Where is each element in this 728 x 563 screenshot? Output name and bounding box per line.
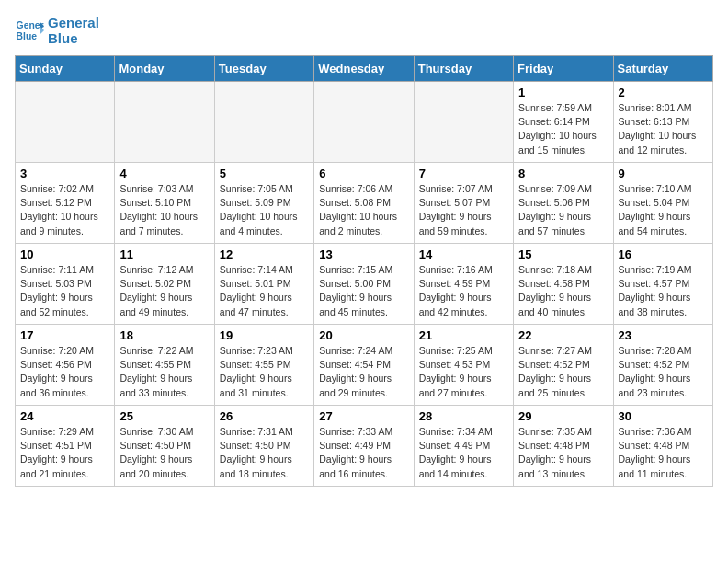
calendar-week-3: 17Sunrise: 7:20 AMSunset: 4:56 PMDayligh… (16, 325, 713, 406)
day-info: Sunrise: 7:35 AMSunset: 4:48 PMDaylight:… (518, 425, 608, 481)
day-number: 22 (518, 328, 608, 342)
calendar-cell (414, 82, 513, 163)
calendar-cell: 19Sunrise: 7:23 AMSunset: 4:55 PMDayligh… (214, 325, 313, 406)
day-info: Sunrise: 7:18 AMSunset: 4:58 PMDaylight:… (518, 263, 608, 319)
calendar-cell: 4Sunrise: 7:03 AMSunset: 5:10 PMDaylight… (115, 163, 214, 244)
day-number: 21 (419, 328, 508, 342)
day-info: Sunrise: 7:10 AMSunset: 5:04 PMDaylight:… (619, 182, 708, 238)
day-number: 15 (518, 247, 608, 261)
calendar-cell (314, 82, 414, 163)
day-number: 20 (319, 328, 408, 342)
day-info: Sunrise: 7:24 AMSunset: 4:54 PMDaylight:… (319, 344, 408, 400)
weekday-header-sunday: Sunday (16, 56, 115, 82)
day-number: 14 (419, 247, 508, 261)
day-number: 5 (220, 167, 309, 180)
calendar-cell: 30Sunrise: 7:36 AMSunset: 4:48 PMDayligh… (613, 406, 712, 487)
day-number: 12 (220, 247, 309, 261)
calendar-cell: 7Sunrise: 7:07 AMSunset: 5:07 PMDaylight… (414, 163, 513, 244)
day-number: 18 (119, 328, 209, 342)
day-info: Sunrise: 7:33 AMSunset: 4:49 PMDaylight:… (319, 425, 408, 481)
calendar-cell: 8Sunrise: 7:09 AMSunset: 5:06 PMDaylight… (514, 163, 613, 244)
day-number: 2 (619, 86, 708, 99)
calendar-week-4: 24Sunrise: 7:29 AMSunset: 4:51 PMDayligh… (16, 406, 713, 487)
calendar-cell: 11Sunrise: 7:12 AMSunset: 5:02 PMDayligh… (115, 244, 214, 325)
page-header: General Blue GeneralBlue (15, 15, 713, 46)
calendar-week-1: 3Sunrise: 7:02 AMSunset: 5:12 PMDaylight… (16, 163, 713, 244)
calendar-cell: 6Sunrise: 7:06 AMSunset: 5:08 PMDaylight… (314, 163, 414, 244)
day-info: Sunrise: 7:07 AMSunset: 5:07 PMDaylight:… (419, 182, 508, 238)
day-info: Sunrise: 7:03 AMSunset: 5:10 PMDaylight:… (119, 182, 209, 238)
day-info: Sunrise: 7:28 AMSunset: 4:52 PMDaylight:… (619, 344, 708, 400)
day-number: 1 (518, 86, 608, 99)
weekday-header-monday: Monday (115, 56, 214, 82)
day-number: 4 (119, 167, 209, 180)
calendar-cell: 10Sunrise: 7:11 AMSunset: 5:03 PMDayligh… (16, 244, 115, 325)
day-number: 7 (419, 167, 508, 180)
day-info: Sunrise: 7:15 AMSunset: 5:00 PMDaylight:… (319, 263, 408, 319)
day-info: Sunrise: 7:22 AMSunset: 4:55 PMDaylight:… (119, 344, 209, 400)
day-number: 17 (20, 328, 109, 342)
weekday-header-tuesday: Tuesday (214, 56, 313, 82)
day-info: Sunrise: 7:59 AMSunset: 6:14 PMDaylight:… (518, 101, 608, 157)
day-number: 29 (518, 409, 608, 423)
day-info: Sunrise: 7:16 AMSunset: 4:59 PMDaylight:… (419, 263, 508, 319)
day-info: Sunrise: 7:30 AMSunset: 4:50 PMDaylight:… (119, 425, 209, 481)
calendar-cell: 24Sunrise: 7:29 AMSunset: 4:51 PMDayligh… (16, 406, 115, 487)
calendar-cell: 23Sunrise: 7:28 AMSunset: 4:52 PMDayligh… (613, 325, 712, 406)
day-number: 10 (20, 247, 109, 261)
day-number: 3 (20, 167, 109, 180)
calendar-cell: 16Sunrise: 7:19 AMSunset: 4:57 PMDayligh… (613, 244, 712, 325)
weekday-header-thursday: Thursday (414, 56, 513, 82)
day-info: Sunrise: 7:02 AMSunset: 5:12 PMDaylight:… (20, 182, 109, 238)
day-info: Sunrise: 7:34 AMSunset: 4:49 PMDaylight:… (419, 425, 508, 481)
day-info: Sunrise: 7:29 AMSunset: 4:51 PMDaylight:… (20, 425, 109, 481)
day-info: Sunrise: 7:06 AMSunset: 5:08 PMDaylight:… (319, 182, 408, 238)
day-number: 25 (119, 409, 209, 423)
day-number: 27 (319, 409, 408, 423)
day-number: 23 (619, 328, 708, 342)
calendar-cell: 18Sunrise: 7:22 AMSunset: 4:55 PMDayligh… (115, 325, 214, 406)
weekday-header-friday: Friday (514, 56, 613, 82)
day-number: 16 (619, 247, 708, 261)
calendar-cell: 9Sunrise: 7:10 AMSunset: 5:04 PMDaylight… (613, 163, 712, 244)
calendar-cell: 20Sunrise: 7:24 AMSunset: 4:54 PMDayligh… (314, 325, 414, 406)
calendar-cell: 15Sunrise: 7:18 AMSunset: 4:58 PMDayligh… (514, 244, 613, 325)
day-info: Sunrise: 8:01 AMSunset: 6:13 PMDaylight:… (619, 101, 708, 157)
day-info: Sunrise: 7:31 AMSunset: 4:50 PMDaylight:… (220, 425, 309, 481)
calendar-cell: 5Sunrise: 7:05 AMSunset: 5:09 PMDaylight… (214, 163, 313, 244)
day-number: 19 (220, 328, 309, 342)
calendar-cell: 21Sunrise: 7:25 AMSunset: 4:53 PMDayligh… (414, 325, 513, 406)
calendar-cell: 3Sunrise: 7:02 AMSunset: 5:12 PMDaylight… (16, 163, 115, 244)
weekday-header-saturday: Saturday (613, 56, 712, 82)
calendar-cell: 12Sunrise: 7:14 AMSunset: 5:01 PMDayligh… (214, 244, 313, 325)
weekday-header-wednesday: Wednesday (314, 56, 414, 82)
day-info: Sunrise: 7:12 AMSunset: 5:02 PMDaylight:… (119, 263, 209, 319)
calendar-week-0: 1Sunrise: 7:59 AMSunset: 6:14 PMDaylight… (16, 82, 713, 163)
calendar-cell (115, 82, 214, 163)
day-info: Sunrise: 7:36 AMSunset: 4:48 PMDaylight:… (619, 425, 708, 481)
calendar-cell: 25Sunrise: 7:30 AMSunset: 4:50 PMDayligh… (115, 406, 214, 487)
calendar-table: SundayMondayTuesdayWednesdayThursdayFrid… (15, 55, 713, 487)
calendar-cell: 2Sunrise: 8:01 AMSunset: 6:13 PMDaylight… (613, 82, 712, 163)
logo-icon: General Blue (15, 16, 44, 45)
calendar-cell: 22Sunrise: 7:27 AMSunset: 4:52 PMDayligh… (514, 325, 613, 406)
logo: General Blue GeneralBlue (15, 15, 99, 46)
day-info: Sunrise: 7:09 AMSunset: 5:06 PMDaylight:… (518, 182, 608, 238)
calendar-cell: 29Sunrise: 7:35 AMSunset: 4:48 PMDayligh… (514, 406, 613, 487)
calendar-cell: 13Sunrise: 7:15 AMSunset: 5:00 PMDayligh… (314, 244, 414, 325)
day-number: 30 (619, 409, 708, 423)
calendar-cell: 1Sunrise: 7:59 AMSunset: 6:14 PMDaylight… (514, 82, 613, 163)
day-number: 11 (119, 247, 209, 261)
day-info: Sunrise: 7:23 AMSunset: 4:55 PMDaylight:… (220, 344, 309, 400)
day-number: 28 (419, 409, 508, 423)
day-info: Sunrise: 7:11 AMSunset: 5:03 PMDaylight:… (20, 263, 109, 319)
day-number: 9 (619, 167, 708, 180)
day-number: 13 (319, 247, 408, 261)
day-info: Sunrise: 7:27 AMSunset: 4:52 PMDaylight:… (518, 344, 608, 400)
calendar-cell: 27Sunrise: 7:33 AMSunset: 4:49 PMDayligh… (314, 406, 414, 487)
day-info: Sunrise: 7:20 AMSunset: 4:56 PMDaylight:… (20, 344, 109, 400)
day-number: 6 (319, 167, 408, 180)
calendar-cell: 26Sunrise: 7:31 AMSunset: 4:50 PMDayligh… (214, 406, 313, 487)
day-number: 24 (20, 409, 109, 423)
day-info: Sunrise: 7:05 AMSunset: 5:09 PMDaylight:… (220, 182, 309, 238)
